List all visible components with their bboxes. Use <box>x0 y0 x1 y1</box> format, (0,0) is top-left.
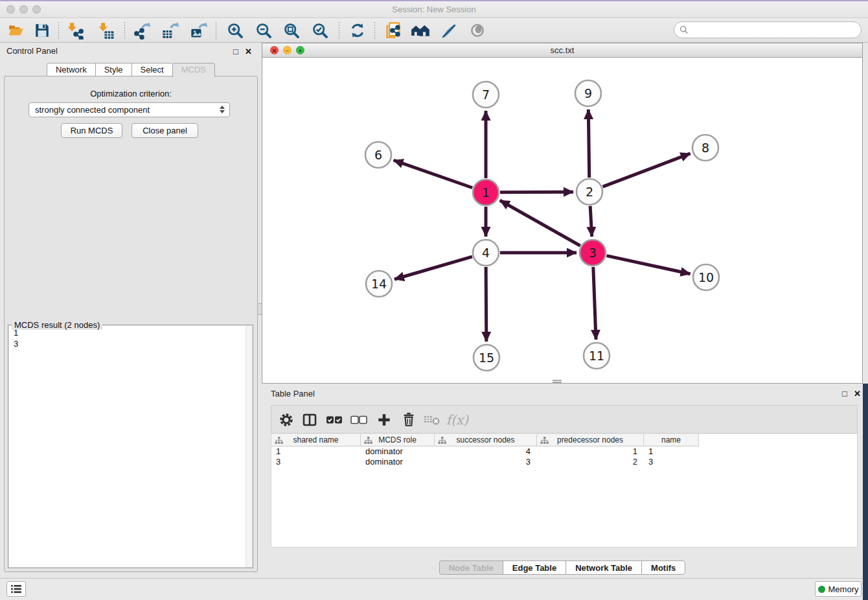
edge-2-8[interactable] <box>603 154 691 187</box>
select-all-icon[interactable] <box>325 411 344 429</box>
zoom-in-icon[interactable] <box>224 20 246 41</box>
shared-column-icon <box>275 437 283 446</box>
node-table: shared nameMCDS rolesuccessor nodesprede… <box>271 434 858 548</box>
edge-3-11[interactable] <box>593 267 596 340</box>
apply-layout-icon[interactable] <box>347 20 369 41</box>
node-label-10: 10 <box>698 270 714 284</box>
node-label-3: 3 <box>589 246 597 260</box>
edge-2-3[interactable] <box>590 206 592 237</box>
column-header-successor-nodes[interactable]: successor nodes <box>435 434 537 446</box>
cell-shared-name[interactable]: 1 <box>271 446 361 457</box>
column-header-name[interactable]: name <box>644 434 699 446</box>
network-minimize-icon[interactable]: − <box>283 46 291 54</box>
window-zoom-button[interactable] <box>32 5 41 14</box>
toolbar-divider <box>339 22 339 39</box>
network-window-title: scc.txt <box>262 43 862 57</box>
delete-table-icon[interactable] <box>422 411 442 429</box>
tab-network-table[interactable]: Network Table <box>565 560 641 575</box>
mcds-result-text[interactable]: 1 3 <box>9 326 252 567</box>
import-network-icon[interactable] <box>65 20 87 41</box>
columns-icon[interactable] <box>300 411 319 429</box>
network-zoom-icon[interactable]: + <box>296 46 304 54</box>
edge-1-6[interactable] <box>394 160 473 187</box>
cell-MCDS-role[interactable]: dominator <box>361 457 435 467</box>
deselect-all-icon[interactable] <box>349 411 369 429</box>
cell-shared-name[interactable]: 3 <box>271 457 361 467</box>
window-close-button[interactable] <box>6 5 15 14</box>
column-label: successor nodes <box>456 435 514 444</box>
add-row-icon[interactable] <box>374 411 394 429</box>
search-input[interactable] <box>692 25 861 35</box>
table-row[interactable]: 1dominator411 <box>271 446 857 457</box>
search-box[interactable] <box>674 21 862 38</box>
tab-select[interactable]: Select <box>131 63 172 76</box>
edge-3-10[interactable] <box>606 256 690 274</box>
edge-1-2[interactable] <box>500 192 573 192</box>
network-canvas[interactable]: 7968124314101511 <box>262 57 863 383</box>
table-row[interactable]: 3dominator323 <box>271 457 857 467</box>
column-label: MCDS role <box>378 435 417 444</box>
cell-predecessor-nodes[interactable]: 2 <box>537 457 644 467</box>
zoom-selected-icon[interactable] <box>309 20 331 41</box>
control-panel-float-icon[interactable]: □ <box>233 47 238 56</box>
save-session-icon[interactable] <box>31 20 53 41</box>
close-panel-button[interactable]: Close panel <box>131 123 198 138</box>
tab-network[interactable]: Network <box>47 63 95 76</box>
list-icon <box>10 584 22 594</box>
settings-icon[interactable] <box>277 411 296 429</box>
cell-successor-nodes[interactable]: 3 <box>435 457 537 467</box>
edge-4-14[interactable] <box>394 257 472 279</box>
export-network-icon[interactable] <box>131 20 153 41</box>
table-panel-close-icon[interactable]: ✕ <box>854 389 861 398</box>
edge-2-9[interactable] <box>588 110 589 178</box>
toolbar-divider <box>216 22 216 39</box>
column-header-shared-name[interactable]: shared name <box>271 434 361 446</box>
function-builder-icon[interactable]: f(x) <box>448 411 467 429</box>
export-table-icon[interactable] <box>159 20 181 41</box>
import-table-icon[interactable] <box>96 20 118 41</box>
network-close-icon[interactable]: ✕ <box>270 46 279 54</box>
clone-network-icon[interactable] <box>382 20 404 41</box>
node-label-9: 9 <box>584 86 592 100</box>
control-panel-close-icon[interactable]: ✕ <box>245 47 252 56</box>
tab-style[interactable]: Style <box>95 63 131 76</box>
export-image-icon[interactable] <box>188 20 210 41</box>
memory-label: Memory <box>828 584 859 594</box>
toolbar-divider <box>58 22 59 39</box>
paint-style-icon[interactable] <box>438 20 460 41</box>
zoom-fit-icon[interactable] <box>280 20 303 41</box>
column-header-MCDS-role[interactable]: MCDS role <box>361 434 435 446</box>
cell-name[interactable]: 3 <box>644 457 699 467</box>
node-label-1: 1 <box>482 185 490 200</box>
tab-edge-table[interactable]: Edge Table <box>503 560 565 575</box>
first-neighbors-icon[interactable] <box>409 20 431 41</box>
toolbar-divider <box>374 22 375 39</box>
edge-3-1[interactable] <box>500 200 580 246</box>
cell-successor-nodes[interactable]: 4 <box>435 446 537 457</box>
table-panel-float-icon[interactable]: □ <box>842 389 847 398</box>
memory-button[interactable]: Memory <box>815 581 862 597</box>
cell-predecessor-nodes[interactable]: 1 <box>537 446 644 457</box>
mcds-result-scrollbar[interactable] <box>246 326 252 567</box>
network-window-titlebar[interactable]: ✕ − + scc.txt <box>262 43 862 58</box>
criterion-select[interactable]: strongly connected component <box>29 102 230 117</box>
tab-mcds[interactable]: MCDS <box>172 63 215 77</box>
network-resize-grip[interactable] <box>553 380 562 383</box>
delete-row-icon[interactable] <box>399 411 418 429</box>
run-mcds-button[interactable]: Run MCDS <box>61 123 122 138</box>
task-history-button[interactable] <box>6 581 26 597</box>
column-label: shared name <box>293 435 338 444</box>
window-minimize-button[interactable] <box>19 5 28 14</box>
toolbar-divider <box>124 22 125 39</box>
node-table-header: shared nameMCDS rolesuccessor nodesprede… <box>271 434 857 446</box>
cell-name[interactable]: 1 <box>644 446 699 457</box>
zoom-out-icon[interactable] <box>253 20 275 41</box>
edge-4-15[interactable] <box>486 267 486 341</box>
cell-MCDS-role[interactable]: dominator <box>361 446 435 457</box>
tab-node-table[interactable]: Node Table <box>439 560 503 575</box>
status-bar <box>0 578 868 600</box>
column-header-predecessor-nodes[interactable]: predecessor nodes <box>537 434 644 446</box>
tab-motifs[interactable]: Motifs <box>641 560 685 575</box>
open-file-icon[interactable] <box>5 20 27 41</box>
show-hide-icon[interactable] <box>466 20 488 41</box>
